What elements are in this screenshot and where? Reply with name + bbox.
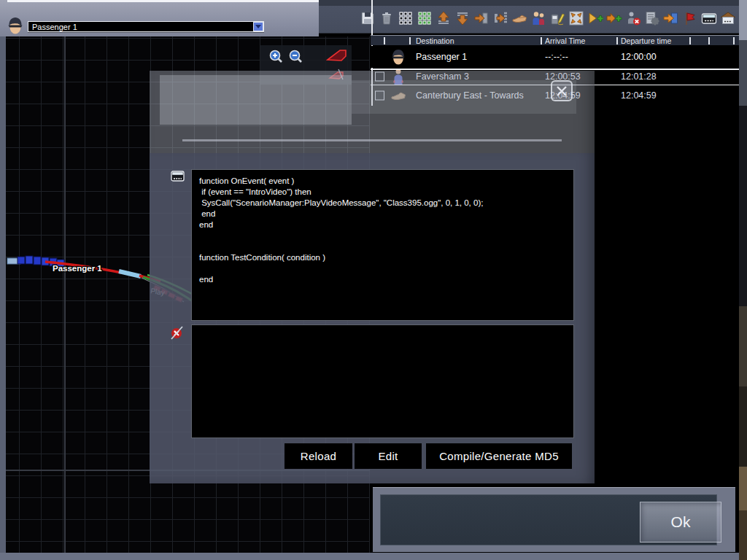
- script-output-box[interactable]: [191, 324, 574, 438]
- person-delete-icon[interactable]: [625, 10, 641, 26]
- world-view-sliver: [739, 0, 747, 560]
- left-edge-strip: [0, 36, 6, 560]
- cell-dep: 12:01:28: [621, 71, 657, 82]
- edit-label: Edit: [378, 450, 398, 462]
- scenario-editor-screen: Passenger 1 Play Passenger 1 Destination: [0, 0, 747, 560]
- zoom-out-icon[interactable]: [288, 49, 304, 65]
- sign-in-arrow-icon[interactable]: [663, 10, 679, 26]
- grid-white-icon[interactable]: [398, 10, 414, 26]
- compile-label: Compile/Generate MD5: [439, 450, 559, 462]
- script-gear-icon[interactable]: [644, 10, 660, 26]
- depot-shed-icon[interactable]: [720, 10, 736, 26]
- close-button[interactable]: [551, 80, 573, 101]
- driver-select[interactable]: Passenger 1: [28, 21, 264, 32]
- script-code-box[interactable]: function OnEvent( event ) if (event == "…: [191, 169, 574, 321]
- col-departure: Departure time: [621, 36, 671, 45]
- driver-avatar-icon: [7, 15, 24, 36]
- ok-label: Ok: [671, 513, 691, 531]
- divider: [7, 0, 319, 2]
- reload-label: Reload: [301, 450, 336, 462]
- bottom-edge-strip: [0, 553, 747, 560]
- fuel-pump-edit-icon[interactable]: [549, 10, 565, 26]
- console-icon: [171, 170, 185, 183]
- timetable-row[interactable]: Passenger 1--:--:--12:00:00: [371, 46, 739, 68]
- consist-label: Passenger 1: [53, 264, 102, 273]
- cell-dest: Passenger 1: [416, 52, 467, 62]
- chevron-down-icon[interactable]: [253, 22, 263, 31]
- arrow-out-box-icon[interactable]: [492, 10, 508, 26]
- close-icon: [555, 85, 568, 98]
- arrow-down-tray-icon[interactable]: [454, 10, 471, 26]
- compile-button[interactable]: Compile/Generate MD5: [426, 443, 572, 469]
- col-arrival: Arrival Time: [545, 36, 585, 45]
- flag-icon[interactable]: [682, 10, 698, 26]
- save-icon[interactable]: [360, 10, 376, 26]
- error-cross-icon: [169, 325, 185, 341]
- trash-icon[interactable]: [379, 10, 395, 26]
- zoom-in-icon[interactable]: [268, 49, 285, 65]
- col-destination: Destination: [416, 36, 454, 45]
- grid-green-icon[interactable]: [417, 10, 433, 26]
- arrow-up-tray-icon[interactable]: [436, 10, 452, 26]
- arrow-add-icon[interactable]: [606, 10, 622, 26]
- edit-button[interactable]: Edit: [355, 443, 422, 469]
- timetable-header: Destination Arrival Time Departure time: [371, 35, 739, 45]
- driver-icon: [390, 47, 406, 66]
- track-highlight: [119, 271, 141, 276]
- reload-button[interactable]: Reload: [285, 443, 352, 469]
- cell-dep: 12:00:00: [621, 52, 657, 62]
- dialog-divider: [182, 139, 562, 141]
- collapse-arrows-icon[interactable]: [568, 10, 584, 26]
- script-code[interactable]: function OnEvent( event ) if (event == "…: [192, 170, 573, 285]
- cell-arr: --:--:--: [545, 52, 568, 62]
- play-add-icon[interactable]: [587, 10, 603, 26]
- toolbar: [360, 10, 736, 26]
- row-separator: [371, 69, 739, 70]
- driver-select-value: Passenger 1: [28, 23, 253, 31]
- dialog-header-band: [352, 80, 576, 114]
- hand-pointer-icon[interactable]: [511, 10, 527, 26]
- cell-dep: 12:04:59: [621, 90, 657, 101]
- ok-button[interactable]: Ok: [640, 502, 721, 542]
- console-window-icon[interactable]: [701, 10, 717, 26]
- dialog-header-band: [160, 75, 352, 125]
- red-marker-icon[interactable]: [326, 48, 347, 63]
- arrow-into-box-icon[interactable]: [473, 10, 489, 26]
- passengers-icon[interactable]: [530, 10, 546, 26]
